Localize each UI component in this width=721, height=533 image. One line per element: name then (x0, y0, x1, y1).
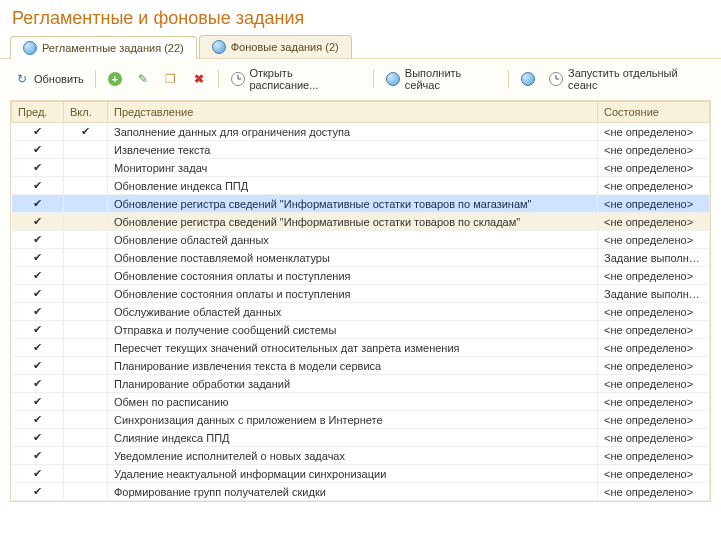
table-row[interactable]: ✔Извлечение текста<не определено> (12, 141, 710, 159)
cell-pred[interactable]: ✔ (12, 429, 64, 447)
edit-button[interactable]: ✎ (131, 69, 155, 89)
table-row[interactable]: ✔Обновление состояния оплаты и поступлен… (12, 285, 710, 303)
cell-vkl[interactable] (64, 465, 108, 483)
cell-pred[interactable]: ✔ (12, 141, 64, 159)
cell-pred[interactable]: ✔ (12, 447, 64, 465)
cell-state[interactable]: <не определено> (598, 231, 710, 249)
table-row[interactable]: ✔Обслуживание областей данных<не определ… (12, 303, 710, 321)
cell-pred[interactable]: ✔ (12, 159, 64, 177)
cell-state[interactable]: <не определено> (598, 411, 710, 429)
cell-pred[interactable]: ✔ (12, 411, 64, 429)
cell-pred[interactable]: ✔ (12, 339, 64, 357)
cell-representation[interactable]: Обновление поставляемой номенклатуры (108, 249, 598, 267)
cell-state[interactable]: <не определено> (598, 429, 710, 447)
cell-pred[interactable]: ✔ (12, 357, 64, 375)
cell-representation[interactable]: Уведомление исполнителей о новых задачах (108, 447, 598, 465)
cell-vkl[interactable] (64, 429, 108, 447)
cell-pred[interactable]: ✔ (12, 231, 64, 249)
table-row[interactable]: ✔Пересчет текущих значений относительных… (12, 339, 710, 357)
cell-representation[interactable]: Заполнение данных для ограничения доступ… (108, 123, 598, 141)
cell-vkl[interactable] (64, 267, 108, 285)
cell-state[interactable]: <не определено> (598, 123, 710, 141)
cell-vkl[interactable] (64, 177, 108, 195)
table-row[interactable]: ✔Обновление регистра сведений "Информати… (12, 213, 710, 231)
table-row[interactable]: ✔Удаление неактуальной информации синхро… (12, 465, 710, 483)
cell-state[interactable]: <не определено> (598, 483, 710, 501)
cell-pred[interactable]: ✔ (12, 393, 64, 411)
cell-pred[interactable]: ✔ (12, 285, 64, 303)
cell-representation[interactable]: Обновление областей данных (108, 231, 598, 249)
table-row[interactable]: ✔Обмен по расписанию<не определено> (12, 393, 710, 411)
cell-pred[interactable]: ✔ (12, 195, 64, 213)
cell-state[interactable]: <не определено> (598, 141, 710, 159)
add-button[interactable]: + (103, 69, 127, 89)
cell-representation[interactable]: Обновление индекса ППД (108, 177, 598, 195)
cell-state[interactable]: <не определено> (598, 303, 710, 321)
cell-state[interactable]: <не определено> (598, 159, 710, 177)
table-row[interactable]: ✔Обновление состояния оплаты и поступлен… (12, 267, 710, 285)
copy-button[interactable]: ❐ (159, 69, 183, 89)
cell-representation[interactable]: Синхронизация данных с приложением в Инт… (108, 411, 598, 429)
cell-representation[interactable]: Обновление регистра сведений "Информатив… (108, 195, 598, 213)
cell-representation[interactable]: Пересчет текущих значений относительных … (108, 339, 598, 357)
cell-state[interactable]: <не определено> (598, 321, 710, 339)
cell-representation[interactable]: Слияние индекса ППД (108, 429, 598, 447)
table-row[interactable]: ✔Планирование обработки заданий<не опред… (12, 375, 710, 393)
cell-state[interactable]: Задание выполнено (598, 249, 710, 267)
cell-vkl[interactable] (64, 231, 108, 249)
cell-state[interactable]: <не определено> (598, 357, 710, 375)
cell-representation[interactable]: Отправка и получение сообщений системы (108, 321, 598, 339)
cell-pred[interactable]: ✔ (12, 321, 64, 339)
cell-representation[interactable]: Формирование групп получателей скидки (108, 483, 598, 501)
cell-vkl[interactable] (64, 411, 108, 429)
cell-representation[interactable]: Извлечение текста (108, 141, 598, 159)
table-row[interactable]: ✔Мониторинг задач<не определено> (12, 159, 710, 177)
cell-state[interactable]: <не определено> (598, 375, 710, 393)
tab-background[interactable]: Фоновые задания (2) (199, 35, 352, 58)
table-row[interactable]: ✔Обновление поставляемой номенклатурыЗад… (12, 249, 710, 267)
cell-vkl[interactable] (64, 321, 108, 339)
table-row[interactable]: ✔Планирование извлечения текста в модели… (12, 357, 710, 375)
cell-vkl[interactable] (64, 375, 108, 393)
cell-vkl[interactable]: ✔ (64, 123, 108, 141)
table-row[interactable]: ✔Обновление регистра сведений "Информати… (12, 195, 710, 213)
log-button[interactable] (516, 69, 540, 89)
cell-state[interactable]: <не определено> (598, 177, 710, 195)
refresh-button[interactable]: ↻ Обновить (10, 69, 88, 89)
cell-pred[interactable]: ✔ (12, 213, 64, 231)
table-row[interactable]: ✔Синхронизация данных с приложением в Ин… (12, 411, 710, 429)
cell-vkl[interactable] (64, 447, 108, 465)
table-row[interactable]: ✔Слияние индекса ППД<не определено> (12, 429, 710, 447)
open-schedule-button[interactable]: Открыть расписание... (226, 65, 366, 93)
cell-representation[interactable]: Обмен по расписанию (108, 393, 598, 411)
cell-representation[interactable]: Мониторинг задач (108, 159, 598, 177)
table-row[interactable]: ✔✔Заполнение данных для ограничения дост… (12, 123, 710, 141)
cell-state[interactable]: <не определено> (598, 195, 710, 213)
cell-vkl[interactable] (64, 357, 108, 375)
table-row[interactable]: ✔Формирование групп получателей скидки<н… (12, 483, 710, 501)
col-header-vkl[interactable]: Вкл. (64, 102, 108, 123)
cell-pred[interactable]: ✔ (12, 249, 64, 267)
cell-state[interactable]: <не определено> (598, 465, 710, 483)
cell-state[interactable]: <не определено> (598, 393, 710, 411)
run-now-button[interactable]: Выполнить сейчас (381, 65, 501, 93)
cell-pred[interactable]: ✔ (12, 267, 64, 285)
cell-vkl[interactable] (64, 339, 108, 357)
cell-vkl[interactable] (64, 159, 108, 177)
cell-representation[interactable]: Обслуживание областей данных (108, 303, 598, 321)
run-separate-button[interactable]: Запустить отдельный сеанс (544, 65, 711, 93)
cell-state[interactable]: <не определено> (598, 213, 710, 231)
table-row[interactable]: ✔Обновление областей данных<не определен… (12, 231, 710, 249)
cell-pred[interactable]: ✔ (12, 483, 64, 501)
cell-representation[interactable]: Обновление состояния оплаты и поступлени… (108, 285, 598, 303)
tab-regulated[interactable]: Регламентные задания (22) (10, 36, 197, 59)
delete-button[interactable]: ✖ (187, 69, 211, 89)
cell-representation[interactable]: Обновление состояния оплаты и поступлени… (108, 267, 598, 285)
cell-vkl[interactable] (64, 213, 108, 231)
cell-state[interactable]: <не определено> (598, 267, 710, 285)
col-header-state[interactable]: Состояние (598, 102, 710, 123)
cell-pred[interactable]: ✔ (12, 375, 64, 393)
col-header-representation[interactable]: Представление (108, 102, 598, 123)
col-header-pred[interactable]: Пред. (12, 102, 64, 123)
cell-state[interactable]: <не определено> (598, 339, 710, 357)
